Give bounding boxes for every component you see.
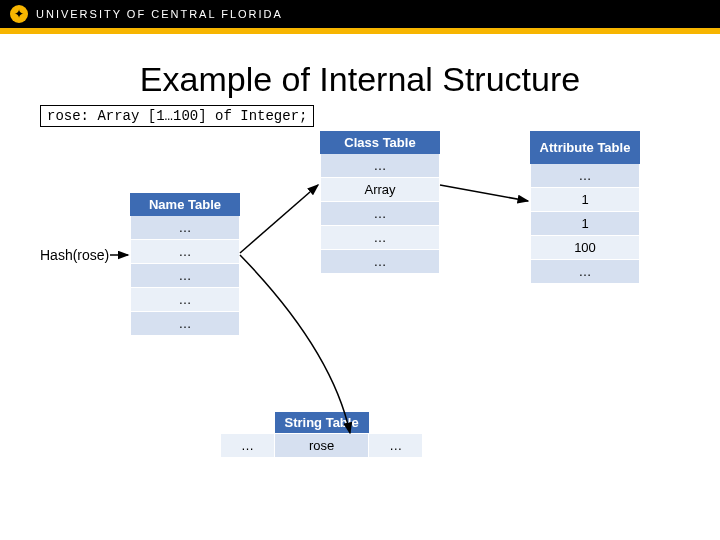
attribute-table-cell: … (531, 260, 640, 284)
name-table-header: Name Table (131, 194, 240, 216)
string-table-cell: … (221, 434, 275, 458)
attribute-table-cell: … (531, 164, 640, 188)
class-table: Class Table … Array … … … (320, 131, 440, 274)
name-table-cell: … (131, 240, 240, 264)
name-table-cell: … (131, 288, 240, 312)
class-table-cell: … (321, 250, 440, 274)
university-name: UNIVERSITY OF CENTRAL FLORIDA (36, 8, 283, 20)
class-table-cell: … (321, 202, 440, 226)
attribute-table: Attribute Table … 1 1 100 … (530, 131, 640, 284)
attribute-table-cell: 1 (531, 212, 640, 236)
class-table-header: Class Table (321, 132, 440, 154)
name-table-cell: … (131, 264, 240, 288)
class-table-cell: Array (321, 178, 440, 202)
ucf-logo-icon: ✦ (10, 5, 28, 23)
attribute-table-cell: 100 (531, 236, 640, 260)
svg-line-3 (440, 185, 528, 201)
slide-body: Example of Internal Structure rose: Arra… (0, 34, 720, 540)
code-declaration: rose: Array [1…100] of Integer; (40, 105, 314, 127)
class-table-cell: … (321, 226, 440, 250)
attribute-table-header: Attribute Table (531, 132, 640, 164)
slide-title: Example of Internal Structure (40, 60, 680, 99)
string-table-cell: … (369, 434, 423, 458)
string-table-cell: rose (275, 434, 369, 458)
attribute-table-cell: 1 (531, 188, 640, 212)
tables-area: Hash(rose) Name Table … … … … … Class Ta… (40, 137, 680, 497)
name-table-cell: … (131, 312, 240, 336)
hash-label: Hash(rose) (40, 247, 109, 263)
svg-line-2 (240, 185, 318, 253)
name-table-cell: … (131, 216, 240, 240)
class-table-cell: … (321, 154, 440, 178)
name-table: Name Table … … … … … (130, 193, 240, 336)
header-bar: ✦ UNIVERSITY OF CENTRAL FLORIDA (0, 0, 720, 28)
string-table: String Table … rose … (220, 412, 423, 458)
string-table-header: String Table (275, 412, 369, 434)
